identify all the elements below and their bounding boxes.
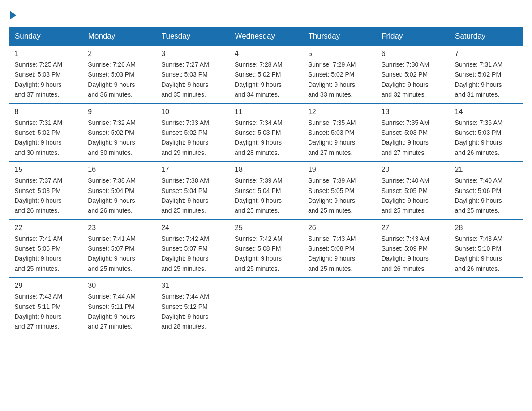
daylight-text: Daylight: 9 hours (88, 255, 135, 262)
day-cell-12: 12 Sunrise: 7:35 AM Sunset: 5:03 PM Dayl… (303, 104, 376, 162)
sunset-text: Sunset: 5:07 PM (88, 245, 134, 252)
week-row-3: 15 Sunrise: 7:37 AM Sunset: 5:03 PM Dayl… (9, 162, 523, 220)
daylight-minutes-text: and 26 minutes. (15, 207, 60, 214)
daylight-minutes-text: and 26 minutes. (88, 207, 133, 214)
sunset-text: Sunset: 5:03 PM (455, 129, 502, 136)
sunrise-text: Sunrise: 7:33 AM (161, 119, 209, 126)
sunrise-text: Sunrise: 7:25 AM (15, 61, 63, 68)
daylight-minutes-text: and 28 minutes. (161, 323, 206, 330)
sunrise-text: Sunrise: 7:31 AM (455, 61, 503, 68)
sunset-text: Sunset: 5:03 PM (382, 129, 428, 136)
sunset-text: Sunset: 5:02 PM (235, 71, 281, 78)
day-number: 23 (88, 224, 150, 232)
sunset-text: Sunset: 5:10 PM (455, 245, 502, 252)
day-info: Sunrise: 7:35 AM Sunset: 5:03 PM Dayligh… (382, 118, 444, 158)
sunset-text: Sunset: 5:03 PM (161, 71, 208, 78)
daylight-minutes-text: and 37 minutes. (15, 91, 60, 98)
day-info: Sunrise: 7:41 AM Sunset: 5:07 PM Dayligh… (88, 234, 150, 274)
sunset-text: Sunset: 5:02 PM (308, 71, 355, 78)
header-monday: Monday (82, 27, 156, 46)
sunset-text: Sunset: 5:03 PM (235, 129, 281, 136)
day-number: 10 (161, 108, 224, 116)
sunrise-text: Sunrise: 7:42 AM (161, 235, 209, 242)
empty-cell (229, 278, 303, 335)
day-cell-26: 26 Sunrise: 7:43 AM Sunset: 5:08 PM Dayl… (303, 220, 376, 278)
daylight-text: Daylight: 9 hours (88, 313, 135, 320)
sunrise-text: Sunrise: 7:40 AM (455, 177, 503, 184)
daylight-minutes-text: and 27 minutes. (88, 323, 133, 330)
sunset-text: Sunset: 5:04 PM (161, 187, 208, 194)
day-cell-24: 24 Sunrise: 7:42 AM Sunset: 5:07 PM Dayl… (156, 220, 229, 278)
daylight-text: Daylight: 9 hours (382, 81, 429, 88)
sunset-text: Sunset: 5:05 PM (382, 187, 428, 194)
day-number: 29 (15, 282, 77, 290)
day-number: 9 (88, 108, 150, 116)
sunrise-text: Sunrise: 7:35 AM (382, 119, 429, 126)
sunrise-text: Sunrise: 7:29 AM (308, 61, 356, 68)
calendar-table: SundayMondayTuesdayWednesdayThursdayFrid… (9, 27, 523, 335)
daylight-text: Daylight: 9 hours (308, 255, 355, 262)
daylight-minutes-text: and 25 minutes. (15, 265, 60, 272)
day-info: Sunrise: 7:39 AM Sunset: 5:04 PM Dayligh… (235, 176, 297, 216)
day-info: Sunrise: 7:42 AM Sunset: 5:07 PM Dayligh… (161, 234, 224, 274)
sunrise-text: Sunrise: 7:36 AM (455, 119, 503, 126)
day-cell-2: 2 Sunrise: 7:26 AM Sunset: 5:03 PM Dayli… (82, 46, 156, 104)
daylight-text: Daylight: 9 hours (455, 255, 502, 262)
daylight-text: Daylight: 9 hours (455, 81, 502, 88)
day-number: 7 (455, 50, 518, 58)
day-cell-4: 4 Sunrise: 7:28 AM Sunset: 5:02 PM Dayli… (229, 46, 303, 104)
sunrise-text: Sunrise: 7:32 AM (88, 119, 136, 126)
daylight-minutes-text: and 26 minutes. (455, 149, 500, 156)
sunset-text: Sunset: 5:11 PM (15, 303, 61, 310)
day-number: 25 (235, 224, 297, 232)
empty-cell (303, 278, 376, 335)
day-info: Sunrise: 7:40 AM Sunset: 5:06 PM Dayligh… (455, 176, 518, 216)
day-info: Sunrise: 7:41 AM Sunset: 5:06 PM Dayligh… (15, 234, 77, 274)
sunset-text: Sunset: 5:03 PM (88, 71, 134, 78)
daylight-minutes-text: and 26 minutes. (455, 265, 500, 272)
sunset-text: Sunset: 5:11 PM (88, 303, 134, 310)
daylight-text: Daylight: 9 hours (235, 139, 282, 146)
daylight-text: Daylight: 9 hours (88, 139, 135, 146)
daylight-minutes-text: and 35 minutes. (161, 91, 206, 98)
day-info: Sunrise: 7:33 AM Sunset: 5:02 PM Dayligh… (161, 118, 224, 158)
day-number: 20 (382, 166, 444, 174)
sunrise-text: Sunrise: 7:40 AM (382, 177, 429, 184)
day-number: 5 (308, 50, 371, 58)
day-cell-5: 5 Sunrise: 7:29 AM Sunset: 5:02 PM Dayli… (303, 46, 376, 104)
daylight-text: Daylight: 9 hours (308, 139, 355, 146)
daylight-minutes-text: and 33 minutes. (308, 91, 353, 98)
day-cell-28: 28 Sunrise: 7:43 AM Sunset: 5:10 PM Dayl… (450, 220, 523, 278)
empty-cell (450, 278, 523, 335)
day-info: Sunrise: 7:32 AM Sunset: 5:02 PM Dayligh… (88, 118, 150, 158)
logo (9, 9, 16, 18)
sunrise-text: Sunrise: 7:39 AM (235, 177, 283, 184)
daylight-text: Daylight: 9 hours (88, 197, 135, 204)
day-info: Sunrise: 7:28 AM Sunset: 5:02 PM Dayligh… (235, 60, 297, 100)
week-row-2: 8 Sunrise: 7:31 AM Sunset: 5:02 PM Dayli… (9, 104, 523, 162)
sunrise-text: Sunrise: 7:41 AM (88, 235, 136, 242)
sunrise-text: Sunrise: 7:43 AM (382, 235, 429, 242)
daylight-minutes-text: and 25 minutes. (308, 207, 353, 214)
daylight-text: Daylight: 9 hours (161, 255, 208, 262)
sunrise-text: Sunrise: 7:43 AM (455, 235, 503, 242)
day-cell-20: 20 Sunrise: 7:40 AM Sunset: 5:05 PM Dayl… (376, 162, 450, 220)
day-cell-14: 14 Sunrise: 7:36 AM Sunset: 5:03 PM Dayl… (450, 104, 523, 162)
daylight-text: Daylight: 9 hours (308, 81, 355, 88)
day-info: Sunrise: 7:35 AM Sunset: 5:03 PM Dayligh… (308, 118, 371, 158)
day-cell-11: 11 Sunrise: 7:34 AM Sunset: 5:03 PM Dayl… (229, 104, 303, 162)
sunrise-text: Sunrise: 7:30 AM (382, 61, 429, 68)
sunset-text: Sunset: 5:04 PM (88, 187, 134, 194)
day-number: 28 (455, 224, 518, 232)
sunrise-text: Sunrise: 7:27 AM (161, 61, 209, 68)
empty-cell (376, 278, 450, 335)
daylight-minutes-text: and 27 minutes. (308, 149, 353, 156)
daylight-text: Daylight: 9 hours (161, 81, 208, 88)
day-info: Sunrise: 7:38 AM Sunset: 5:04 PM Dayligh… (161, 176, 224, 216)
day-info: Sunrise: 7:29 AM Sunset: 5:02 PM Dayligh… (308, 60, 371, 100)
daylight-text: Daylight: 9 hours (382, 139, 429, 146)
sunset-text: Sunset: 5:08 PM (308, 245, 355, 252)
daylight-minutes-text: and 27 minutes. (382, 149, 426, 156)
day-cell-13: 13 Sunrise: 7:35 AM Sunset: 5:03 PM Dayl… (376, 104, 450, 162)
calendar-header-row: SundayMondayTuesdayWednesdayThursdayFrid… (9, 27, 523, 46)
